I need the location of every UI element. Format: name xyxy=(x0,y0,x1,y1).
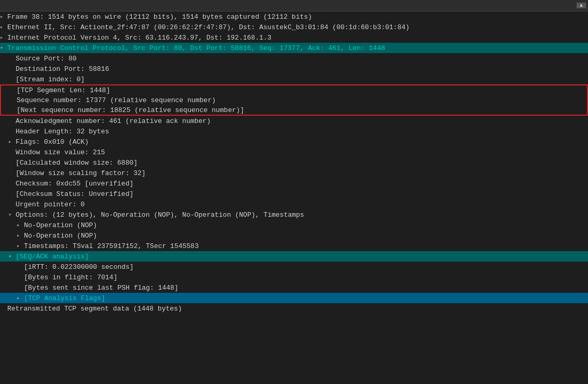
tree-row-next-seq[interactable]: [Next sequence number: 18825 (relative s… xyxy=(0,105,588,116)
tree-row-ip[interactable]: ▸Internet Protocol Version 4, Src: 63.11… xyxy=(0,32,588,43)
expand-icon-ethernet[interactable]: ▸ xyxy=(0,24,7,30)
packet-header-bar: ▲ xyxy=(0,0,588,11)
expand-icon-timestamps[interactable]: ▸ xyxy=(17,243,24,249)
expand-icon-frame[interactable]: ▸ xyxy=(0,14,7,20)
row-label-seq-ack: [SEQ/ACK analysis] xyxy=(16,253,89,261)
row-label-win-size: Window size value: 215 xyxy=(16,148,105,156)
row-label-dst-port: Destination Port: 58816 xyxy=(16,65,109,73)
row-label-ethernet: Ethernet II, Src: Actionte_2f:47:87 (00:… xyxy=(7,23,409,31)
row-label-nop2: No-Operation (NOP) xyxy=(24,232,97,240)
expand-icon-ip[interactable]: ▸ xyxy=(0,34,7,41)
row-label-ip: Internet Protocol Version 4, Src: 63.116… xyxy=(7,34,271,42)
row-label-hdr-len: Header Length: 32 bytes xyxy=(16,128,109,135)
tree-row-dst-port[interactable]: Destination Port: 58816 xyxy=(0,64,588,74)
tree-row-urgent[interactable]: Urgent pointer: 0 xyxy=(0,199,588,209)
tree-row-ethernet[interactable]: ▸Ethernet II, Src: Actionte_2f:47:87 (00… xyxy=(0,22,588,32)
row-label-urgent: Urgent pointer: 0 xyxy=(16,201,85,208)
row-label-nop1: No-Operation (NOP) xyxy=(24,221,97,229)
tree-row-chksum-status[interactable]: [Checksum Status: Unverified] xyxy=(0,189,588,199)
expand-icon-tcp[interactable]: ▾ xyxy=(0,45,7,51)
tree-row-stream[interactable]: [Stream index: 0] xyxy=(0,74,588,84)
packet-tree[interactable]: ▸Frame 38: 1514 bytes on wire (12112 bit… xyxy=(0,11,588,384)
row-label-options: Options: (12 bytes), No-Operation (NOP),… xyxy=(16,211,304,219)
tree-row-retrans-data[interactable]: Retransmitted TCP segment data (1448 byt… xyxy=(0,303,588,314)
expand-icon-seq-ack[interactable]: ▾ xyxy=(8,253,16,259)
expand-icon-flags[interactable]: ▸ xyxy=(8,139,16,145)
tree-row-flags[interactable]: ▸Flags: 0x010 (ACK) xyxy=(0,137,588,147)
row-label-ack-num: Acknowledgment number: 461 (relative ack… xyxy=(16,117,210,125)
row-label-tcp: Transmission Control Protocol, Src Port:… xyxy=(7,44,385,52)
row-label-checksum: Checksum: 0xdc55 [unverified] xyxy=(16,180,133,188)
row-label-tcp-analysis: [TCP Analysis Flags] xyxy=(24,294,105,302)
tree-row-nop1[interactable]: ▸No-Operation (NOP) xyxy=(0,220,588,230)
row-label-calc-win: [Calculated window size: 6880] xyxy=(16,159,137,167)
row-label-timestamps: Timestamps: TSval 2375917152, TSecr 1545… xyxy=(24,242,198,250)
row-label-seg-len: [TCP Segment Len: 1448] xyxy=(17,86,110,94)
tree-row-seq-num[interactable]: Sequence number: 17377 (relative sequenc… xyxy=(0,95,588,105)
row-label-frame: Frame 38: 1514 bytes on wire (12112 bits… xyxy=(7,13,312,21)
tree-row-bytes-flight[interactable]: [Bytes in flight: 7014] xyxy=(0,272,588,282)
tree-row-checksum[interactable]: Checksum: 0xdc55 [unverified] xyxy=(0,178,588,189)
tree-row-src-port[interactable]: Source Port: 80 xyxy=(0,53,588,64)
row-label-src-port: Source Port: 80 xyxy=(16,55,77,63)
row-label-flags: Flags: 0x010 (ACK) xyxy=(16,138,89,146)
row-label-seq-num: Sequence number: 17377 (relative sequenc… xyxy=(17,96,216,104)
tree-row-tcp[interactable]: ▾Transmission Control Protocol, Src Port… xyxy=(0,43,588,53)
row-label-bytes-flight: [Bytes in flight: 7014] xyxy=(24,274,117,281)
tree-row-win-scale[interactable]: [Window size scaling factor: 32] xyxy=(0,168,588,178)
row-label-stream: [Stream index: 0] xyxy=(16,76,85,83)
row-label-win-scale: [Window size scaling factor: 32] xyxy=(16,169,146,177)
tree-row-seg-len[interactable]: [TCP Segment Len: 1448] xyxy=(0,84,588,95)
row-label-chksum-status: [Checksum Status: Unverified] xyxy=(16,190,133,198)
expand-icon-nop1[interactable]: ▸ xyxy=(17,222,24,228)
tree-row-frame[interactable]: ▸Frame 38: 1514 bytes on wire (12112 bit… xyxy=(0,11,588,22)
tree-row-hdr-len[interactable]: Header Length: 32 bytes xyxy=(0,126,588,137)
expand-icon-nop2[interactable]: ▸ xyxy=(17,232,24,239)
row-label-irtt: [iRTT: 0.022300000 seconds] xyxy=(24,263,134,271)
row-label-next-seq: [Next sequence number: 18825 (relative s… xyxy=(17,106,244,114)
tree-row-tcp-analysis[interactable]: ▸[TCP Analysis Flags] xyxy=(0,293,588,303)
tree-row-bytes-psh[interactable]: [Bytes sent since last PSH flag: 1448] xyxy=(0,282,588,293)
row-label-bytes-psh: [Bytes sent since last PSH flag: 1448] xyxy=(24,284,178,292)
expand-icon-tcp-analysis[interactable]: ▸ xyxy=(17,295,24,301)
tree-row-calc-win[interactable]: [Calculated window size: 6880] xyxy=(0,157,588,168)
tree-row-timestamps[interactable]: ▸Timestamps: TSval 2375917152, TSecr 154… xyxy=(0,241,588,251)
scroll-button[interactable]: ▲ xyxy=(577,3,586,8)
row-label-retrans-data: Retransmitted TCP segment data (1448 byt… xyxy=(7,305,182,313)
tree-row-seq-ack[interactable]: ▾[SEQ/ACK analysis] xyxy=(0,251,588,262)
expand-icon-options[interactable]: ▾ xyxy=(8,212,16,218)
tree-row-ack-num[interactable]: Acknowledgment number: 461 (relative ack… xyxy=(0,116,588,126)
tree-row-win-size[interactable]: Window size value: 215 xyxy=(0,147,588,157)
tree-row-irtt[interactable]: [iRTT: 0.022300000 seconds] xyxy=(0,262,588,272)
tree-row-nop2[interactable]: ▸No-Operation (NOP) xyxy=(0,230,588,241)
tree-row-options[interactable]: ▾Options: (12 bytes), No-Operation (NOP)… xyxy=(0,209,588,220)
